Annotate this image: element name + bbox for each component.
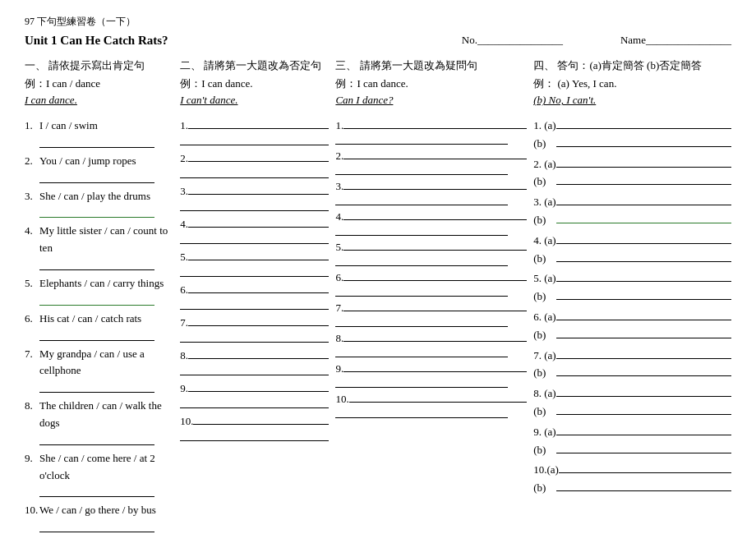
list-item: 6.His cat / can / catch rats <box>25 311 173 341</box>
answer-item: 9. <box>180 380 329 408</box>
list-item: 8.The children / can / walk the dogs <box>25 398 173 445</box>
column-2: 1. 2. 3. 4. 5. 6. 7. 8. <box>180 117 335 534</box>
answer-item: 2. <box>180 150 329 178</box>
answer-item: 9. <box>335 361 527 388</box>
answer-item: 7. <box>335 300 527 327</box>
list-item: 10.We / can / go there / by bus <box>25 502 173 532</box>
answer-item: 6. (a) (b) <box>533 309 731 344</box>
list-item: 9.She / can / come here / at 2 o'clock <box>25 450 173 498</box>
answer-item: 8. <box>180 348 329 375</box>
list-item: 4.My little sister / can / count to ten <box>25 223 173 270</box>
example-col-3: 例：I can dance. Can I dance? <box>335 76 533 110</box>
example-col-1: 例：I can / dance I can dance. <box>25 76 180 110</box>
answer-item: 4. <box>335 209 527 236</box>
answer-item: 5. (a) (b) <box>533 270 731 306</box>
list-item: 7.My grandpa / can / use a cellphone <box>25 346 173 394</box>
section-header-4: 四、 答句：(a)肯定簡答 (b)否定簡答 <box>533 58 731 74</box>
list-item: 1.I / can / swim <box>25 117 173 148</box>
answer-item: 6. <box>335 269 527 297</box>
section-header-2: 二、 請將第一大題改為否定句 <box>180 58 335 74</box>
answer-item: 10. <box>335 391 527 418</box>
answer-item: 5. <box>180 249 329 277</box>
page-number: 97 下句型練習卷（一下） <box>25 15 731 29</box>
list-item: 5.Elephants / can / carry things <box>25 275 173 306</box>
answer-item: 7. <box>180 315 329 343</box>
answer-item: 8. <box>335 330 527 357</box>
answer-item: 2. (a) (b) <box>533 156 731 191</box>
answer-item: 5. <box>335 239 527 266</box>
answer-item: 6. <box>180 282 329 310</box>
answer-item: 8. (a) (b) <box>533 385 731 421</box>
example-col-4: 例： (a) Yes, I can. (b) No, I can't. <box>533 76 731 110</box>
answer-item: 1. <box>180 117 329 145</box>
unit-title: Unit 1 Can He Catch Rats? <box>25 34 168 48</box>
answer-item: 4. <box>180 216 329 244</box>
answer-item: 3. <box>335 178 527 205</box>
answer-item: 1. (a) (b) <box>533 117 731 153</box>
answer-item: 2. <box>335 148 527 175</box>
section-header-3: 三、 請將第一大題改為疑問句 <box>335 58 533 74</box>
answer-item: 3. (a) (b) <box>533 194 731 229</box>
column-1: 1.I / can / swim 2.You / can / jump rope… <box>25 117 180 534</box>
list-item: 3.She / can / play the drums <box>25 188 173 219</box>
section-header-1: 一、 請依提示寫出肯定句 <box>25 58 180 74</box>
answer-item: 1. <box>335 117 527 145</box>
answer-item: 10. <box>180 413 329 441</box>
answer-item: 10.(a) (b) <box>533 462 731 497</box>
no-label: No.________________ <box>462 34 563 54</box>
answer-item: 9. (a) (b) <box>533 424 731 459</box>
name-label: Name________________ <box>620 34 731 54</box>
answer-item: 4. (a) (b) <box>533 232 731 268</box>
example-col-2: 例：I can dance. I can't dance. <box>180 76 335 110</box>
list-item: 2.You / can / jump ropes <box>25 153 173 183</box>
column-3: 1. 2. 3. 4. 5. 6. 7. 8. <box>335 117 533 534</box>
answer-item: 7. (a) (b) <box>533 348 731 383</box>
column-4: 1. (a) (b) 2. (a) (b) 3. (a) (b) 4. (a) … <box>533 117 731 534</box>
answer-item: 3. <box>180 183 329 211</box>
